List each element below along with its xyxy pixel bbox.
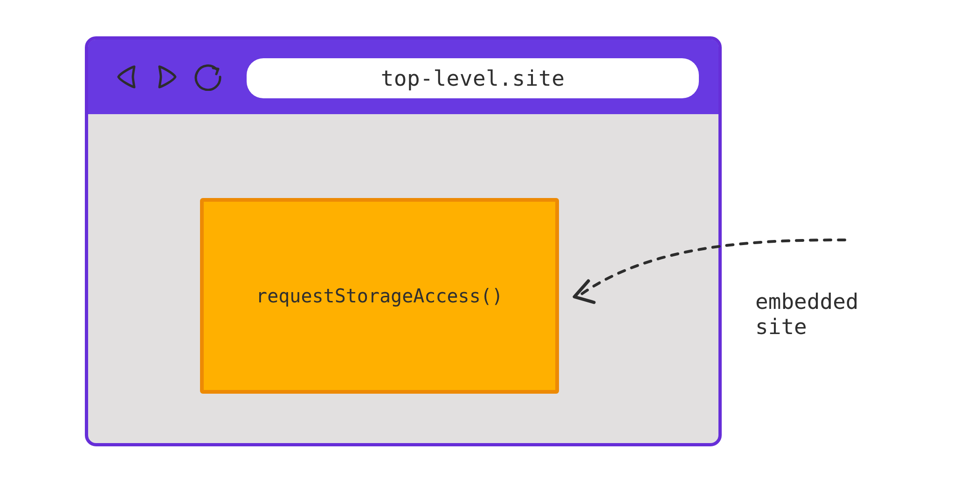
browser-viewport: requestStorageAccess(): [88, 114, 718, 443]
browser-window: top-level.site requestStorageAccess(): [85, 36, 722, 446]
url-text: top-level.site: [381, 66, 565, 91]
back-icon: [112, 63, 140, 91]
browser-toolbar: top-level.site: [88, 40, 718, 114]
annotation-label: embedded site: [755, 289, 859, 339]
forward-icon: [153, 63, 181, 91]
embedded-site-code: requestStorageAccess(): [256, 285, 503, 307]
url-bar: top-level.site: [247, 58, 699, 98]
reload-icon: [194, 63, 222, 91]
embedded-site-frame: requestStorageAccess(): [200, 198, 559, 394]
